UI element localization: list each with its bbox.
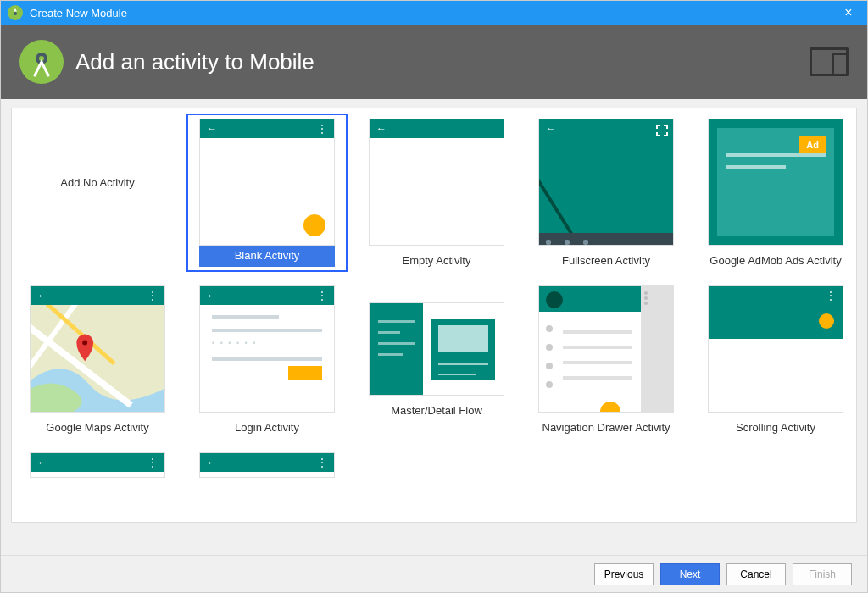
- template-master-detail-flow[interactable]: Master/Detail Flow: [356, 280, 517, 439]
- template-gallery[interactable]: Add No Activity ←⋮ Blank Activity ← Empt…: [11, 108, 857, 523]
- template-label: Master/Detail Flow: [391, 404, 482, 417]
- avatar: [546, 291, 563, 308]
- close-icon[interactable]: ×: [837, 5, 860, 20]
- back-arrow-icon: ←: [207, 457, 217, 468]
- content-area: Add No Activity ←⋮ Blank Activity ← Empt…: [1, 99, 867, 555]
- template-empty-activity[interactable]: ← Empty Activity: [356, 114, 517, 272]
- android-studio-logo: [19, 40, 64, 84]
- back-arrow-icon: ←: [376, 123, 387, 135]
- back-arrow-icon: ←: [546, 123, 556, 135]
- svg-point-0: [14, 12, 17, 15]
- template-label: Add No Activity: [60, 176, 134, 189]
- template-label: Google Maps Activity: [46, 421, 148, 434]
- template-label: Navigation Drawer Activity: [542, 421, 670, 434]
- template-label: Blank Activity: [235, 245, 300, 267]
- svg-point-7: [82, 340, 87, 345]
- overflow-icon: ⋮: [317, 457, 327, 468]
- template-label: Scrolling Activity: [736, 421, 815, 434]
- wizard-footer: Previous Next Cancel Finish: [1, 555, 867, 592]
- titlebar: Create New Module ×: [1, 1, 867, 25]
- template-blank-activity[interactable]: ←⋮ Blank Activity: [186, 114, 348, 272]
- finish-button[interactable]: Finish: [793, 563, 852, 585]
- template-partial-row[interactable]: ←⋮: [186, 447, 348, 483]
- template-login-activity[interactable]: ←⋮ • • • • • • Login Activity: [186, 280, 348, 439]
- window-title: Create New Module: [30, 7, 837, 19]
- fab-icon: [303, 214, 326, 236]
- back-arrow-icon: ←: [37, 457, 47, 468]
- template-partial-row[interactable]: ←⋮: [17, 447, 178, 483]
- wizard-header: Add an activity to Mobile: [1, 25, 867, 99]
- template-navigation-drawer-activity[interactable]: Navigation Drawer Activity: [526, 280, 687, 439]
- template-fullscreen-activity[interactable]: ← Fullscreen Activity: [526, 114, 687, 272]
- back-arrow-icon: ←: [207, 123, 217, 135]
- fullscreen-icon: [656, 125, 668, 136]
- overflow-icon: ⋮: [317, 123, 327, 135]
- back-arrow-icon: ←: [207, 290, 217, 302]
- module-wizard-window: Create New Module × Add an activity to M…: [0, 0, 868, 593]
- template-label: Fullscreen Activity: [562, 254, 650, 267]
- overflow-icon: ⋮: [147, 290, 158, 302]
- app-icon: [8, 5, 23, 20]
- form-factor-icon: [810, 47, 849, 76]
- next-button[interactable]: Next: [660, 563, 720, 585]
- overflow-icon: ⋮: [317, 290, 327, 302]
- template-admob-activity[interactable]: Ad Google AdMob Ads Activity: [695, 114, 856, 272]
- page-title: Add an activity to Mobile: [75, 49, 810, 75]
- previous-button[interactable]: Previous: [594, 563, 654, 585]
- template-label: Login Activity: [235, 421, 299, 434]
- fab-icon: [819, 313, 834, 329]
- template-scrolling-activity[interactable]: ⋮ Scrolling Activity: [695, 280, 856, 439]
- overflow-icon: ⋮: [826, 290, 836, 302]
- ad-badge: Ad: [799, 136, 826, 153]
- back-arrow-icon: ←: [37, 290, 47, 302]
- template-label: Empty Activity: [403, 254, 471, 267]
- template-label: Google AdMob Ads Activity: [709, 254, 841, 267]
- template-add-no-activity[interactable]: Add No Activity: [17, 114, 178, 272]
- overflow-icon: ⋮: [147, 457, 158, 468]
- cancel-button[interactable]: Cancel: [726, 563, 786, 585]
- template-google-maps-activity[interactable]: ←⋮ Google Maps Activity: [17, 280, 178, 439]
